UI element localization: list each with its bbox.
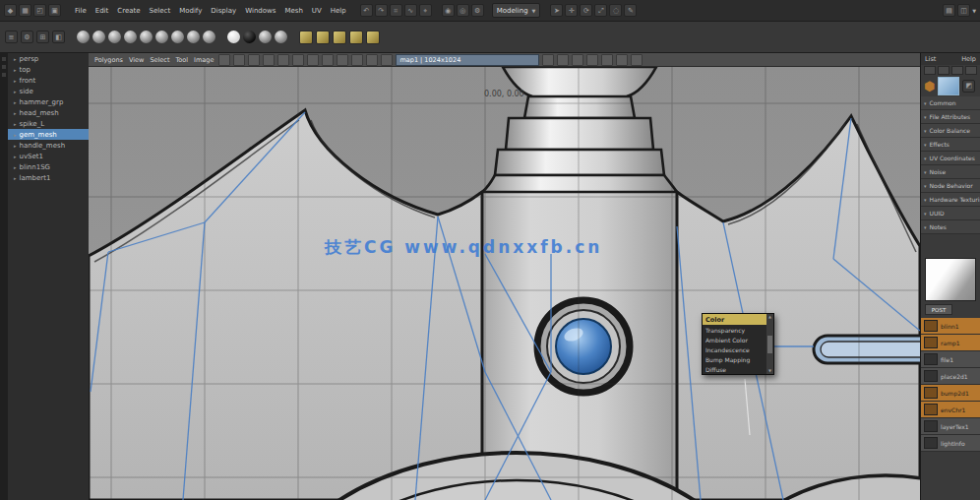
move-tool-icon[interactable]: ✛ — [565, 4, 578, 17]
menu-item[interactable]: Windows — [241, 5, 279, 17]
node-row[interactable]: file1 — [921, 351, 980, 368]
collapse-arrow-icon[interactable]: ▾ — [924, 183, 927, 189]
attribute-section[interactable]: ▾ Hardware Texturing — [921, 193, 980, 207]
sew-uv-icon[interactable] — [351, 54, 363, 66]
pommel-top[interactable] — [503, 67, 656, 100]
attribute-tab[interactable] — [924, 66, 936, 75]
refresh-icon[interactable] — [616, 54, 628, 66]
node-row[interactable]: blinn1 — [921, 318, 980, 335]
outliner-item[interactable]: ▸ hammer_grp — [8, 96, 89, 107]
menu-item[interactable]: Create — [113, 5, 144, 17]
expand-arrow-icon[interactable]: ▸ — [14, 99, 17, 105]
node-row[interactable]: bump2d1 — [921, 385, 980, 402]
constraint-icon[interactable] — [349, 31, 363, 44]
menu-item[interactable]: File — [71, 5, 91, 17]
ik-handle-icon[interactable] — [316, 31, 330, 44]
scroll-down-icon[interactable]: ▼ — [768, 369, 771, 373]
app-logo-icon[interactable]: ◆ — [4, 4, 17, 17]
render-icon[interactable]: ◉ — [442, 4, 455, 17]
collapse-arrow-icon[interactable]: ▾ — [924, 197, 927, 203]
ipr-render-icon[interactable]: ◎ — [457, 4, 469, 17]
undo-icon[interactable]: ↶ — [360, 4, 373, 17]
popup-item[interactable]: Bump Mapping — [703, 354, 766, 364]
outliner-item[interactable]: ▸ side — [8, 86, 89, 96]
viewport-canvas[interactable]: 0.00, 0.00 — [89, 67, 920, 500]
torus-primitive-icon[interactable] — [140, 31, 153, 43]
unfold-uv-icon[interactable] — [381, 54, 393, 66]
tool-dot-icon[interactable] — [2, 65, 6, 69]
texture-name-field[interactable]: map1 | 1024x1024 — [396, 54, 539, 66]
layout-icon[interactable]: ◫ — [957, 4, 970, 17]
open-icon[interactable]: ◰ — [33, 4, 46, 17]
sphere-primitive-icon[interactable] — [77, 31, 90, 43]
frame-all-icon[interactable] — [557, 54, 569, 66]
node-row[interactable]: envChr1 — [921, 402, 980, 418]
expand-arrow-icon[interactable]: ▸ — [14, 121, 17, 127]
viewport-menu-item[interactable]: Polygons — [92, 56, 125, 64]
expand-arrow-icon[interactable]: ▸ — [14, 164, 17, 170]
disc-primitive-icon[interactable] — [171, 31, 184, 43]
skin-bind-icon[interactable] — [333, 31, 346, 44]
collapse-arrow-icon[interactable]: ▾ — [924, 100, 927, 106]
collapse-arrow-icon[interactable]: ▾ — [924, 128, 927, 134]
cube-primitive-icon[interactable] — [92, 31, 105, 43]
outliner-item[interactable]: ▸ handle_mesh — [8, 140, 89, 151]
cone-primitive-icon[interactable] — [124, 31, 137, 43]
render-settings-icon[interactable]: ⚙ — [471, 4, 484, 17]
expand-arrow-icon[interactable]: ▸ — [14, 89, 17, 94]
grid-toggle-icon[interactable] — [233, 54, 245, 66]
texture-toggle-icon[interactable] — [248, 54, 260, 66]
rotate-tool-icon[interactable]: ⟳ — [580, 4, 592, 17]
popup-item[interactable]: Diffuse — [703, 364, 766, 374]
mode-dropdown[interactable]: Modeling ▼ — [492, 3, 541, 18]
outliner-item[interactable]: ▸ blinn1SG — [8, 161, 89, 172]
node-row[interactable]: ramp1 — [921, 335, 980, 351]
attribute-section[interactable]: ▾ Color Balance — [921, 124, 980, 138]
expand-arrow-icon[interactable]: ▸ — [14, 143, 17, 149]
shelf-tab-icon[interactable]: ≡ — [5, 31, 18, 43]
outliner-item[interactable]: ▸ gem_mesh — [8, 129, 89, 140]
expand-arrow-icon[interactable]: ▸ — [14, 132, 17, 138]
outliner-item[interactable]: ▸ lambert1 — [8, 172, 89, 183]
popup-item[interactable]: Ambient Color — [703, 335, 766, 344]
chevron-down-icon[interactable]: ▼ — [972, 8, 976, 14]
lasso-tool-icon[interactable]: ◌ — [609, 4, 622, 17]
popup-item[interactable]: Incandescence — [703, 344, 766, 354]
outliner-item[interactable]: ▸ uvSet1 — [8, 151, 89, 161]
frame-selected-icon[interactable] — [572, 54, 583, 66]
cylinder-primitive-icon[interactable] — [108, 31, 121, 43]
tool-dot-icon[interactable] — [2, 57, 6, 61]
attribute-section[interactable]: ▾ Effects — [921, 138, 980, 152]
menu-item[interactable]: Modify — [175, 5, 206, 17]
wireframe-toggle-icon[interactable] — [277, 54, 289, 66]
white-material-icon[interactable] — [227, 31, 240, 43]
outliner-item[interactable]: ▸ front — [8, 75, 89, 86]
flip-u-icon[interactable] — [307, 54, 319, 66]
snap-curve-icon[interactable]: ∿ — [404, 4, 417, 17]
collapse-arrow-icon[interactable]: ▾ — [924, 142, 927, 148]
snap-grid-icon[interactable]: ⌗ — [390, 4, 402, 17]
attribute-section[interactable]: ▾ File Attributes — [921, 110, 980, 124]
expand-arrow-icon[interactable]: ▸ — [14, 175, 17, 181]
collapse-arrow-icon[interactable]: ▾ — [924, 211, 927, 217]
menu-item[interactable]: Help — [327, 5, 350, 17]
attribute-section[interactable]: ▾ Common — [921, 96, 980, 110]
cut-uv-icon[interactable] — [366, 54, 378, 66]
soccer-primitive-icon[interactable] — [203, 31, 215, 43]
outliner-item[interactable]: ▸ head_mesh — [8, 107, 89, 118]
options-icon[interactable] — [631, 54, 643, 66]
menu-item[interactable]: UV — [308, 5, 326, 17]
isolate-icon[interactable] — [292, 54, 304, 66]
snap-point-icon[interactable]: ⌖ — [419, 4, 432, 17]
list-menu[interactable]: List — [925, 55, 936, 63]
paint-tool-icon[interactable]: ✎ — [624, 4, 637, 17]
collapse-arrow-icon[interactable]: ▾ — [924, 224, 927, 230]
attribute-section[interactable]: ▾ Node Behavior — [921, 179, 980, 193]
gray-material-icon[interactable] — [259, 31, 272, 43]
zoom-1to1-icon[interactable] — [542, 54, 554, 66]
expand-arrow-icon[interactable]: ▸ — [14, 78, 17, 84]
expand-arrow-icon[interactable]: ▸ — [14, 67, 17, 73]
attribute-section[interactable]: ▾ UV Coordinates — [921, 152, 980, 165]
popup-scrollbar[interactable]: ▲ ▼ — [766, 314, 773, 374]
scroll-thumb[interactable] — [767, 336, 772, 353]
